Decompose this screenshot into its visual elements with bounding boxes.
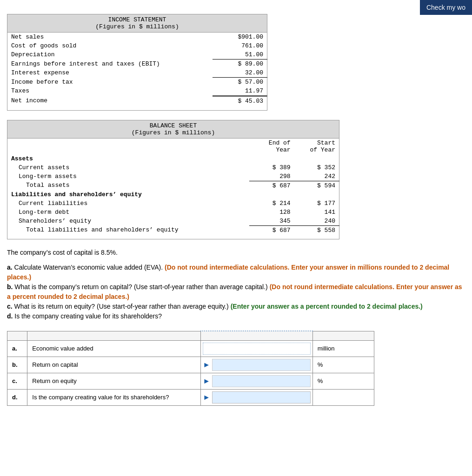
answer-table: a. Economic value added million b. Retur…	[7, 331, 374, 406]
answer-letter-c: c.	[7, 373, 27, 389]
answer-unit-b: %	[312, 357, 374, 373]
table-row: Shareholders’ equity 345 240	[7, 217, 339, 226]
table-row: Interest expense 32.00	[7, 68, 267, 78]
answer-row-b: b. Return on capital ► %	[7, 357, 374, 373]
answer-input-cell-d[interactable]: ►	[201, 389, 313, 405]
answer-label-c: Return on equity	[27, 373, 201, 389]
income-statement-title1: INCOME STATEMENT	[11, 16, 263, 23]
table-row: Liabilities and shareholders’ equity	[7, 190, 339, 199]
balance-sheet-title2: (Figures in $ millions)	[11, 129, 335, 136]
answer-unit-a: million	[312, 340, 374, 357]
answer-input-cell-b[interactable]: ►	[201, 357, 313, 373]
answer-letter-a: a.	[7, 340, 27, 357]
answer-input-cell-c[interactable]: ►	[201, 373, 313, 389]
answer-input-c[interactable]	[212, 375, 311, 387]
table-row: Long-term debt 128 141	[7, 208, 339, 217]
answer-unit-c: %	[312, 373, 374, 389]
table-row: Total liabilities and shareholders’ equi…	[7, 225, 339, 235]
balance-sheet-table: BALANCE SHEET (Figures in $ millions) En…	[7, 120, 339, 240]
table-row: Depreciation 51.00	[7, 50, 267, 60]
questions-section: a. Calculate Watervan’s economic value a…	[7, 263, 465, 321]
answer-label-d: Is the company creating value for its sh…	[27, 389, 201, 405]
table-row: Long-term assets 298 242	[7, 172, 339, 181]
table-row: Current assets $ 389 $ 352	[7, 163, 339, 172]
table-row: Net sales $901.00	[7, 33, 267, 42]
table-row: Earnings before interest and taxes (EBIT…	[7, 60, 267, 69]
answer-row-a: a. Economic value added million	[7, 340, 374, 357]
table-row: Cost of goods sold 761.00	[7, 41, 267, 50]
answer-label-a: Economic value added	[27, 340, 201, 357]
table-row: Total assets $ 687 $ 594	[7, 181, 339, 190]
table-row: Assets	[7, 154, 339, 163]
cost-of-capital-text: The company’s cost of capital is 8.5%.	[7, 249, 465, 256]
table-row: Net income $ 45.03	[7, 96, 267, 106]
answer-dropdown-d[interactable]	[212, 391, 311, 403]
answer-letter-b: b.	[7, 357, 27, 373]
answer-unit-d	[312, 389, 374, 405]
income-statement-table: INCOME STATEMENT (Figures in $ millions)…	[7, 14, 267, 111]
answer-table-header	[7, 331, 374, 340]
balance-sheet-title1: BALANCE SHEET	[11, 122, 335, 129]
answer-letter-d: d.	[7, 389, 27, 405]
check-my-work-button[interactable]: Check my wo	[420, 0, 472, 15]
answer-input-cell-a[interactable]	[201, 340, 313, 357]
table-row: Taxes 11.97	[7, 86, 267, 96]
answer-row-c: c. Return on equity ► %	[7, 373, 374, 389]
answer-input-b[interactable]	[212, 359, 311, 371]
table-row: Income before tax $ 57.00	[7, 78, 267, 87]
arrow-icon-b: ►	[203, 361, 210, 369]
table-row: Current liabilities $ 214 $ 177	[7, 199, 339, 208]
arrow-icon-c: ►	[203, 377, 210, 385]
answer-label-b: Return on capital	[27, 357, 201, 373]
arrow-icon-d: ►	[203, 393, 210, 402]
answer-row-d: d. Is the company creating value for its…	[7, 389, 374, 405]
income-statement-title2: (Figures in $ millions)	[11, 23, 263, 30]
balance-sheet-col-headers: End of Year Start of Year	[7, 138, 339, 154]
answer-input-a[interactable]	[203, 343, 311, 355]
